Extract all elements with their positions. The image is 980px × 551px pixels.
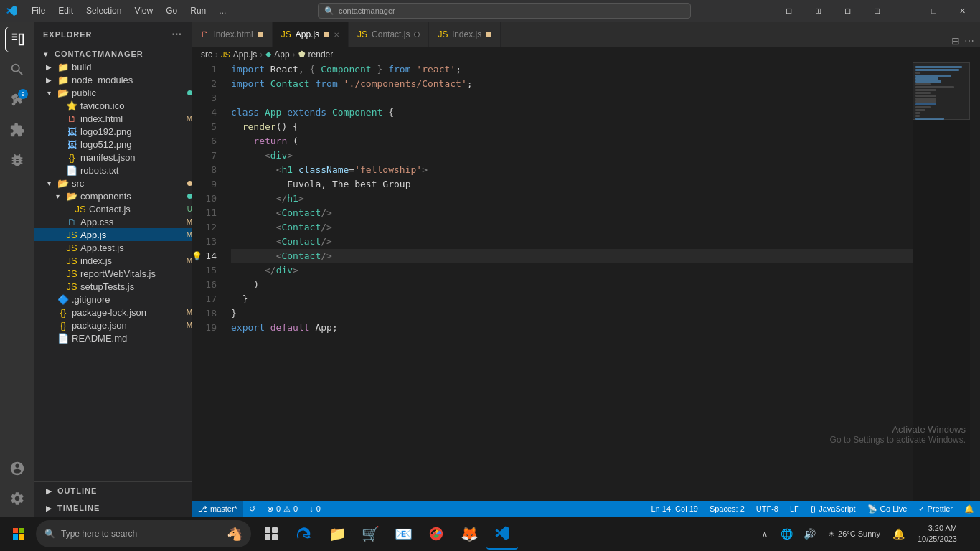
more-actions-icon[interactable]: ⋯ [964, 35, 974, 47]
file-index-js[interactable]: JS index.js M [34, 254, 192, 267]
file-index-html[interactable]: 🗋 index.html M [34, 112, 192, 125]
minimize-button[interactable]: ─ [895, 0, 918, 22]
menu-run[interactable]: Run [184, 4, 212, 17]
menu-selection[interactable]: Selection [80, 4, 127, 17]
weather-status[interactable]: ☀ 26°C Sunny [822, 529, 886, 539]
taskbar: 🔍 Type here to search 🐴 📁 🛒 📧 [0, 517, 980, 551]
folder-src[interactable]: ▾ 📂 src [34, 176, 192, 189]
breadcrumb-sep2: › [260, 50, 263, 60]
notification-icon[interactable]: 🔔 [889, 524, 909, 544]
tab-contact-js[interactable]: JS Contact.js [349, 22, 429, 47]
menu-go[interactable]: Go [160, 4, 183, 17]
project-label[interactable]: ▾ CONTACTMANAGER [34, 47, 192, 60]
taskbar-task-view[interactable] [255, 518, 287, 550]
menu-view[interactable]: View [128, 4, 159, 17]
vscode-logo [6, 5, 17, 17]
file-logo192[interactable]: 🖼 logo192.png [34, 125, 192, 138]
activity-avatar[interactable] [5, 456, 29, 481]
taskbar-mail[interactable]: 📧 [387, 518, 419, 550]
breadcrumb-src[interactable]: src [201, 50, 212, 60]
file-favicon[interactable]: ⭐ favicon.ico [34, 99, 192, 112]
notifications-icon[interactable]: 🔔 [958, 501, 980, 517]
go-live-icon: 📡 [867, 504, 877, 514]
menu-file[interactable]: File [26, 4, 51, 17]
folder-build[interactable]: ▶ 📁 build [34, 60, 192, 73]
taskbar-edge[interactable] [288, 518, 320, 550]
menu-more[interactable]: ... [213, 4, 232, 17]
breadcrumb-app[interactable]: App [274, 50, 289, 60]
file-app-js[interactable]: JS App.js M [34, 228, 192, 241]
prettier-label: ✓ Prettier [918, 504, 953, 514]
timeline-section[interactable]: ▶ TIMELINE [34, 499, 192, 517]
taskbar-store[interactable]: 🛒 [354, 518, 386, 550]
file-logo512[interactable]: 🖼 logo512.png [34, 138, 192, 151]
encoding-setting[interactable]: UTF-8 [750, 501, 784, 517]
taskbar-file-explorer[interactable]: 📁 [321, 518, 353, 550]
tab-close-btn[interactable]: ✕ [334, 31, 339, 39]
title-search-bar[interactable]: 🔍 contactmanager [318, 3, 691, 19]
folder-public[interactable]: ▾ 📂 public [34, 86, 192, 99]
network-icon[interactable]: 🌐 [776, 524, 796, 544]
tab-app-js[interactable]: JS App.js ✕ [273, 22, 349, 47]
volume-icon[interactable]: 🔊 [799, 524, 819, 544]
code-line-10: </h1> [231, 192, 913, 206]
file-gitignore[interactable]: 🔷 .gitignore [34, 293, 192, 306]
file-robots[interactable]: 📄 robots.txt [34, 164, 192, 176]
vertical-scrollbar[interactable] [970, 62, 980, 501]
errors-status[interactable]: ⊗ 0 ⚠ 0 [261, 501, 303, 517]
sync-status[interactable]: ↺ [243, 501, 261, 517]
spaces-setting[interactable]: Spaces: 2 [704, 501, 750, 517]
file-app-test[interactable]: JS App.test.js [34, 241, 192, 254]
git-pull-status[interactable]: ↓ 0 [303, 501, 326, 517]
tab-index-html[interactable]: 🗋 index.html [192, 22, 273, 47]
activity-source-control[interactable]: 9 [5, 88, 29, 112]
tray-up-icon[interactable]: ∧ [762, 529, 768, 539]
language-mode[interactable]: {} JavaScript [805, 501, 862, 517]
taskbar-chrome[interactable] [420, 518, 452, 550]
go-live-button[interactable]: 📡 Go Live [862, 501, 913, 517]
activity-settings[interactable] [5, 486, 29, 511]
outline-section[interactable]: ▶ OUTLINE [34, 481, 192, 499]
gutter-bulb[interactable]: 💡 [192, 249, 202, 263]
cursor-position[interactable]: Ln 14, Col 19 [645, 501, 703, 517]
file-report-web-vitals[interactable]: JS reportWebVitals.js [34, 267, 192, 280]
sidebar-icon[interactable]: ⊟ [836, 0, 859, 22]
sys-tray[interactable]: ∧ [756, 529, 773, 539]
git-branch[interactable]: ⎇ master* [192, 501, 243, 517]
prettier-status[interactable]: ✓ Prettier [913, 501, 958, 517]
close-button[interactable]: ✕ [951, 0, 974, 22]
show-desktop-button[interactable] [966, 518, 971, 550]
activity-extensions[interactable] [5, 118, 29, 142]
menu-edit[interactable]: Edit [52, 4, 79, 17]
taskbar-firefox[interactable]: 🦊 [453, 518, 485, 550]
maximize-button[interactable]: □ [923, 0, 945, 22]
file-package-json[interactable]: {} package.json M [34, 319, 192, 331]
activity-search[interactable] [5, 57, 29, 82]
taskbar-vscode[interactable] [486, 518, 518, 550]
file-manifest[interactable]: {} manifest.json [34, 151, 192, 164]
layout-icon[interactable]: ⊟ [777, 0, 801, 22]
activity-explorer[interactable] [5, 27, 29, 52]
code-line-18: } [231, 306, 913, 321]
weather-label: 26°C Sunny [838, 529, 880, 538]
folder-node-modules[interactable]: ▶ 📁 node_modules [34, 73, 192, 86]
new-file-icon[interactable]: ⋯ [170, 27, 184, 42]
tab-index-js[interactable]: JS index.js [429, 22, 501, 47]
start-button[interactable] [3, 518, 34, 550]
activity-debug[interactable] [5, 148, 29, 172]
split-editor-icon[interactable]: ⊟ [951, 35, 960, 47]
breadcrumb-appjs[interactable]: App.js [233, 50, 257, 60]
search-box[interactable]: 🔍 Type here to search 🐴 [36, 520, 251, 547]
file-contact-js[interactable]: JS Contact.js U [34, 202, 192, 215]
breadcrumb-render[interactable]: render [308, 50, 334, 60]
folder-components[interactable]: ▾ 📂 components [34, 189, 192, 202]
file-setup-tests[interactable]: JS setupTests.js [34, 280, 192, 293]
grid-icon[interactable]: ⊞ [865, 0, 889, 22]
code-editor[interactable]: import React, { Component } from 'react'… [228, 62, 913, 501]
file-package-lock[interactable]: {} package-lock.json M [34, 306, 192, 319]
line-ending-setting[interactable]: LF [784, 501, 805, 517]
split-icon[interactable]: ⊞ [806, 0, 830, 22]
file-app-css[interactable]: 🗋 App.css M [34, 215, 192, 228]
file-readme[interactable]: 📄 README.md [34, 331, 192, 344]
clock[interactable]: 3:20 AM 10/25/2023 [912, 523, 963, 545]
